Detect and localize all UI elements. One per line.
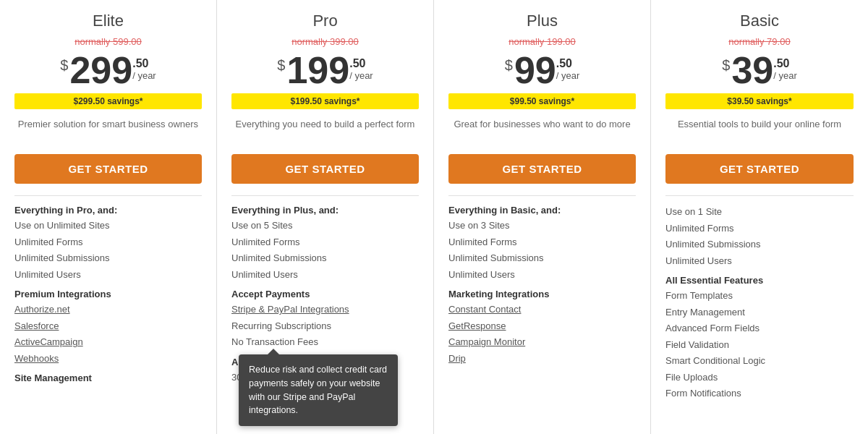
- plan-desc-basic: Essential tools to build your online for…: [665, 118, 854, 144]
- price-period-basic: / year: [773, 70, 797, 81]
- feature-item-pro-1-0[interactable]: Stripe & PayPal Integrations: [231, 302, 419, 317]
- price-main-basic: 39: [731, 51, 773, 89]
- feature-item-pro-0-1: Unlimited Forms: [231, 235, 419, 250]
- plan-name-plus: Plus: [448, 12, 636, 30]
- original-price-pro: normally 399.00: [231, 36, 419, 47]
- price-main-elite: 299: [69, 51, 132, 89]
- feature-item-basic-1-2: Advanced Form Fields: [665, 321, 854, 336]
- price-cents-year-plus: .50/ year: [556, 57, 580, 81]
- feature-item-plus-0-1: Unlimited Forms: [448, 235, 636, 250]
- price-row-elite: $299.50/ year: [14, 51, 202, 89]
- feature-item-plus-0-0: Use on 3 Sites: [448, 218, 636, 233]
- plan-name-elite: Elite: [14, 12, 202, 30]
- feature-item-basic-1-1: Entry Management: [665, 305, 854, 320]
- section-title-pro-0: Everything in Plus, and:: [231, 205, 419, 216]
- price-main-plus: 99: [514, 51, 556, 89]
- feature-item-basic-0-0: Use on 1 Site: [665, 205, 854, 219]
- price-cents-pro: .50: [349, 57, 373, 70]
- feature-item-basic-1-3: Field Validation: [665, 338, 854, 352]
- pricing-grid: Elitenormally 599.00$299.50/ year$299.50…: [0, 0, 868, 434]
- feature-item-plus-0-3: Unlimited Users: [448, 268, 636, 282]
- feature-item-elite-1-2[interactable]: ActiveCampaign: [14, 335, 202, 349]
- divider-pro: [231, 195, 419, 196]
- feature-item-basic-0-1: Unlimited Forms: [665, 221, 854, 236]
- feature-item-elite-1-3[interactable]: Webhooks: [14, 352, 202, 366]
- original-price-basic: normally 79.00: [665, 36, 854, 47]
- feature-item-elite-0-3: Unlimited Users: [14, 268, 202, 282]
- feature-item-basic-1-5: File Uploads: [665, 370, 854, 385]
- price-cents-year-basic: .50/ year: [773, 57, 797, 81]
- feature-item-plus-1-2[interactable]: Campaign Monitor: [448, 335, 636, 349]
- feature-item-plus-1-3[interactable]: Drip: [448, 352, 636, 366]
- divider-basic: [665, 195, 854, 196]
- section-title-plus-0: Everything in Basic, and:: [448, 205, 636, 216]
- plan-desc-plus: Great for businesses who want to do more: [448, 118, 636, 144]
- feature-item-pro-0-0: Use on 5 Sites: [231, 218, 419, 233]
- price-row-pro: $199.50/ year: [231, 51, 419, 89]
- get-started-btn-pro[interactable]: GET STARTED: [231, 154, 419, 184]
- price-dollar-plus: $: [505, 57, 513, 74]
- feature-item-pro-1-1: Recurring Subscriptions: [231, 319, 419, 333]
- plan-col-basic: Basicnormally 79.00$39.50/ year$39.50 sa…: [651, 0, 868, 434]
- feature-item-elite-1-1[interactable]: Salesforce: [14, 319, 202, 333]
- section-title-plus-1: Marketing Integrations: [448, 289, 636, 299]
- plan-desc-pro: Everything you need to build a perfect f…: [231, 118, 419, 144]
- feature-item-elite-0-2: Unlimited Submissions: [14, 251, 202, 265]
- price-cents-year-pro: .50/ year: [349, 57, 373, 81]
- feature-item-plus-0-2: Unlimited Submissions: [448, 251, 636, 265]
- original-price-plus: normally 199.00: [448, 36, 636, 47]
- plan-col-pro: Pronormally 399.00$199.50/ year$199.50 s…: [217, 0, 434, 434]
- feature-item-plus-1-1[interactable]: GetResponse: [448, 319, 636, 333]
- price-period-elite: / year: [132, 70, 156, 81]
- feature-item-plus-1-0[interactable]: Constant Contact: [448, 302, 636, 317]
- plan-desc-elite: Premier solution for smart business owne…: [14, 118, 202, 144]
- feature-item-elite-0-0: Use on Unlimited Sites: [14, 218, 202, 233]
- get-started-btn-basic[interactable]: GET STARTED: [665, 154, 854, 184]
- price-main-pro: 199: [286, 51, 349, 89]
- price-cents-year-elite: .50/ year: [132, 57, 156, 81]
- get-started-btn-plus[interactable]: GET STARTED: [448, 154, 636, 184]
- savings-badge-basic: $39.50 savings*: [665, 93, 854, 109]
- feature-item-elite-1-0[interactable]: Authorize.net: [14, 302, 202, 317]
- plan-name-basic: Basic: [665, 12, 854, 30]
- feature-item-pro-0-2: Unlimited Submissions: [231, 251, 419, 265]
- section-title-elite-1: Premium Integrations: [14, 289, 202, 299]
- plan-col-elite: Elitenormally 599.00$299.50/ year$299.50…: [0, 0, 217, 434]
- price-cents-plus: .50: [556, 57, 580, 70]
- section-title-elite-2: Site Management: [14, 373, 202, 383]
- feature-item-pro-0-3: Unlimited Users: [231, 268, 419, 282]
- price-period-pro: / year: [349, 70, 373, 81]
- feature-item-basic-1-0: Form Templates: [665, 289, 854, 303]
- section-title-basic-1: All Essential Features: [665, 275, 854, 286]
- plan-col-plus: Plusnormally 199.00$99.50/ year$99.50 sa…: [434, 0, 651, 434]
- price-cents-basic: .50: [773, 57, 797, 70]
- original-price-elite: normally 599.00: [14, 36, 202, 47]
- price-row-plus: $99.50/ year: [448, 51, 636, 89]
- feature-item-basic-0-2: Unlimited Submissions: [665, 237, 854, 252]
- section-title-pro-1: Accept Payments: [231, 289, 419, 299]
- divider-plus: [448, 195, 636, 196]
- stripe-paypal-tooltip: Reduce risk and collect credit card paym…: [239, 354, 398, 426]
- price-cents-elite: .50: [132, 57, 156, 70]
- get-started-btn-elite[interactable]: GET STARTED: [14, 154, 202, 184]
- feature-item-basic-1-4: Smart Conditional Logic: [665, 354, 854, 368]
- price-period-plus: / year: [556, 70, 580, 81]
- price-dollar-pro: $: [277, 57, 285, 74]
- divider-elite: [14, 195, 202, 196]
- savings-badge-elite: $299.50 savings*: [14, 93, 202, 109]
- savings-badge-plus: $99.50 savings*: [448, 93, 636, 109]
- feature-item-pro-1-2: No Transaction Fees: [231, 335, 419, 349]
- feature-item-basic-1-6: Form Notifications: [665, 386, 854, 401]
- section-title-elite-0: Everything in Pro, and:: [14, 205, 202, 216]
- price-dollar-elite: $: [60, 57, 68, 74]
- feature-item-elite-0-1: Unlimited Forms: [14, 235, 202, 250]
- price-dollar-basic: $: [722, 57, 730, 74]
- feature-item-basic-0-3: Unlimited Users: [665, 254, 854, 268]
- plan-name-pro: Pro: [231, 12, 419, 30]
- price-row-basic: $39.50/ year: [665, 51, 854, 89]
- savings-badge-pro: $199.50 savings*: [231, 93, 419, 109]
